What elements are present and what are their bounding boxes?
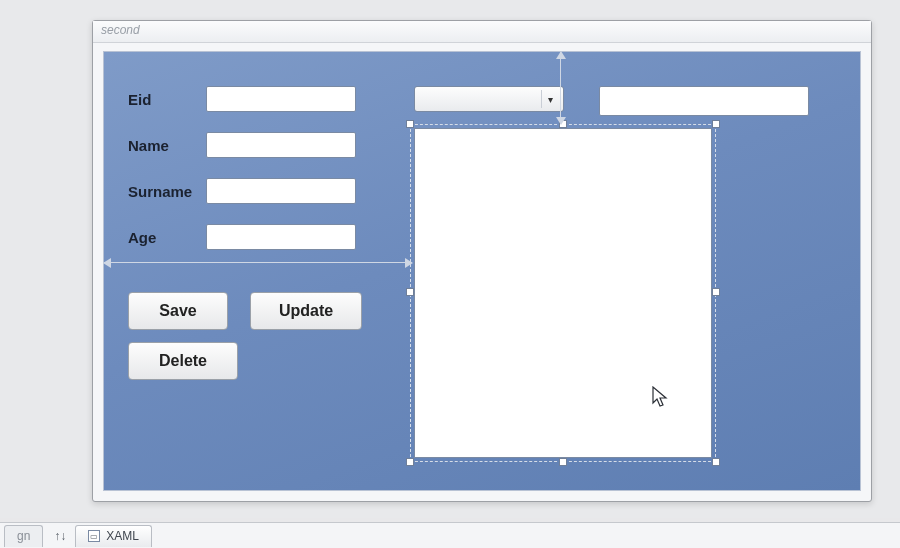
surname-label: Surname	[128, 183, 206, 200]
tab-design-label: gn	[17, 529, 30, 543]
tab-xaml-label: XAML	[106, 529, 139, 543]
form-row-age: Age	[128, 224, 356, 250]
window-client-area: Eid Name Surname Age Save Update Delete	[103, 51, 861, 491]
resize-handle-tr[interactable]	[712, 120, 720, 128]
form-row-name: Name	[128, 132, 356, 158]
eid-label: Eid	[128, 91, 206, 108]
xaml-icon: ▭	[88, 530, 100, 542]
swap-panes-icon[interactable]: ↑↓	[49, 525, 71, 547]
form-row-eid: Eid	[128, 86, 356, 112]
window-title: second	[101, 23, 140, 37]
resize-handle-bl[interactable]	[406, 458, 414, 466]
age-input[interactable]	[206, 224, 356, 250]
save-button[interactable]: Save	[128, 292, 228, 330]
combo-box[interactable]: ▾	[414, 86, 564, 112]
name-input[interactable]	[206, 132, 356, 158]
update-button[interactable]: Update	[250, 292, 362, 330]
eid-input[interactable]	[206, 86, 356, 112]
form-row-surname: Surname	[128, 178, 356, 204]
tab-design[interactable]: gn	[4, 525, 43, 547]
window-frame: second Eid Name Surname Age Save Upda	[92, 20, 872, 502]
window-titlebar: second	[93, 21, 871, 43]
resize-handle-tm[interactable]	[559, 120, 567, 128]
design-surface: second Eid Name Surname Age Save Upda	[0, 0, 900, 518]
resize-handle-bm[interactable]	[559, 458, 567, 466]
designer-tabstrip: gn ↑↓ ▭ XAML	[0, 522, 900, 548]
resize-handle-br[interactable]	[712, 458, 720, 466]
name-label: Name	[128, 137, 206, 154]
alignment-guide-horizontal	[104, 262, 412, 263]
delete-button[interactable]: Delete	[128, 342, 238, 380]
resize-handle-tl[interactable]	[406, 120, 414, 128]
right-textbox[interactable]	[599, 86, 809, 116]
surname-input[interactable]	[206, 178, 356, 204]
resize-handle-ml[interactable]	[406, 288, 414, 296]
resize-handle-mr[interactable]	[712, 288, 720, 296]
chevron-down-icon: ▾	[541, 90, 559, 108]
tab-xaml[interactable]: ▭ XAML	[75, 525, 152, 547]
age-label: Age	[128, 229, 206, 246]
content-panel[interactable]	[414, 128, 712, 458]
